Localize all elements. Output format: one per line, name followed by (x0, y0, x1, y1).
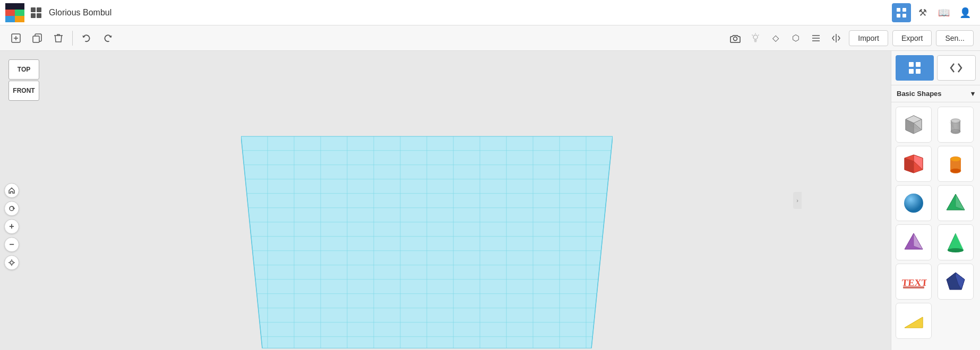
view-cube-front[interactable]: FRONT (8, 81, 39, 101)
title-actions: ⚒ 📖 👤 (892, 3, 975, 22)
shape-item-text-red[interactable]: TEXT (896, 264, 932, 300)
build-title-btn[interactable]: ⚒ (913, 3, 932, 22)
3d-grid (241, 136, 613, 350)
shape-item-pyramid-green[interactable] (938, 185, 974, 221)
svg-text:TEXT: TEXT (901, 277, 927, 288)
shape-icon-2[interactable]: ⬡ (787, 30, 804, 47)
shape-item-sphere[interactable] (896, 185, 932, 221)
shape-item-red-box[interactable] (896, 146, 932, 182)
shape-icon-1[interactable]: ◇ (767, 30, 784, 47)
copy-button[interactable] (28, 29, 47, 48)
svg-point-89 (948, 248, 964, 252)
svg-point-13 (734, 37, 737, 40)
toolbar-right: ◇ ⬡ Import Export Sen... (727, 30, 974, 47)
svg-point-23 (10, 261, 13, 264)
svg-rect-61 (916, 69, 921, 74)
svg-rect-4 (897, 8, 900, 12)
title-bar: Glorious Bombul ⚒ 📖 👤 (0, 0, 980, 25)
toolbar: ◇ ⬡ Import Export Sen... (0, 25, 980, 51)
expand-panel-handle[interactable]: › (793, 192, 802, 209)
shape-item-pyramid-purple[interactable] (896, 224, 932, 260)
svg-rect-3 (37, 13, 41, 18)
shape-category-header[interactable]: Basic Shapes ▾ (891, 85, 980, 102)
align-icon[interactable] (807, 30, 824, 47)
shape-item-cone-green[interactable] (938, 224, 974, 260)
bracket-view-toggle[interactable] (937, 55, 976, 81)
shapes-grid: TEXT (891, 102, 980, 343)
canvas-area[interactable]: TOP FRONT + − (0, 51, 891, 350)
svg-point-14 (753, 35, 758, 39)
import-button[interactable]: Import (849, 30, 888, 46)
bulb-icon[interactable] (747, 30, 764, 47)
shape-category-dropdown-icon: ▾ (971, 90, 975, 98)
zoom-out-nav-btn[interactable]: − (4, 237, 19, 252)
rotate-nav-btn[interactable] (4, 201, 19, 216)
svg-rect-7 (902, 14, 906, 18)
svg-point-82 (950, 169, 961, 173)
app-logo (5, 3, 24, 22)
svg-rect-2 (31, 13, 36, 18)
send-button[interactable]: Sen... (936, 30, 974, 46)
mirror-icon[interactable] (828, 30, 845, 47)
main-area: TOP FRONT + − (0, 51, 980, 350)
svg-line-16 (758, 34, 759, 36)
user-title-btn[interactable]: 👤 (956, 3, 975, 22)
view-toggles (891, 51, 980, 85)
camera-icon[interactable] (727, 30, 744, 47)
toolbar-icon-group: ◇ ⬡ (727, 30, 845, 47)
right-panel: Basic Shapes ▾ (891, 51, 980, 350)
svg-marker-88 (948, 233, 964, 250)
shape-item-pentagon-blue[interactable] (938, 264, 974, 300)
svg-rect-58 (909, 62, 914, 67)
toolbar-separator (72, 31, 73, 46)
export-button[interactable]: Export (892, 30, 932, 46)
svg-rect-11 (33, 36, 39, 42)
view-cube-top[interactable]: TOP (8, 59, 39, 80)
shape-item-cylinder-gray[interactable] (938, 107, 974, 143)
delete-button[interactable] (49, 29, 68, 48)
svg-rect-60 (909, 69, 914, 74)
shape-item-cylinder-orange[interactable] (938, 146, 974, 182)
redo-button[interactable] (98, 29, 117, 48)
grid-view-toggle[interactable] (896, 55, 934, 81)
svg-rect-0 (31, 7, 36, 12)
svg-rect-59 (916, 62, 921, 67)
nav-controls: + − (4, 183, 19, 270)
app-icon (29, 5, 44, 20)
undo-button[interactable] (77, 29, 96, 48)
view-cube[interactable]: TOP FRONT (8, 59, 40, 107)
svg-point-83 (904, 194, 923, 213)
shape-category-label: Basic Shapes (897, 90, 942, 98)
book-title-btn[interactable]: 📖 (934, 3, 953, 22)
new-button[interactable] (6, 29, 25, 48)
shape-item-box[interactable] (896, 107, 932, 143)
zoom-in-nav-btn[interactable]: + (4, 219, 19, 234)
svg-rect-1 (37, 7, 41, 12)
svg-rect-93 (903, 286, 924, 288)
fit-nav-btn[interactable] (4, 255, 19, 270)
app-title: Glorious Bombul (49, 8, 892, 18)
shape-item-wedge-yellow[interactable] (896, 303, 932, 339)
grid-view-title-btn[interactable] (892, 3, 911, 22)
svg-rect-5 (902, 8, 906, 12)
svg-line-17 (752, 34, 753, 36)
svg-point-81 (950, 157, 961, 162)
home-nav-btn[interactable] (4, 183, 19, 198)
svg-marker-97 (905, 317, 923, 328)
svg-rect-6 (897, 14, 900, 18)
